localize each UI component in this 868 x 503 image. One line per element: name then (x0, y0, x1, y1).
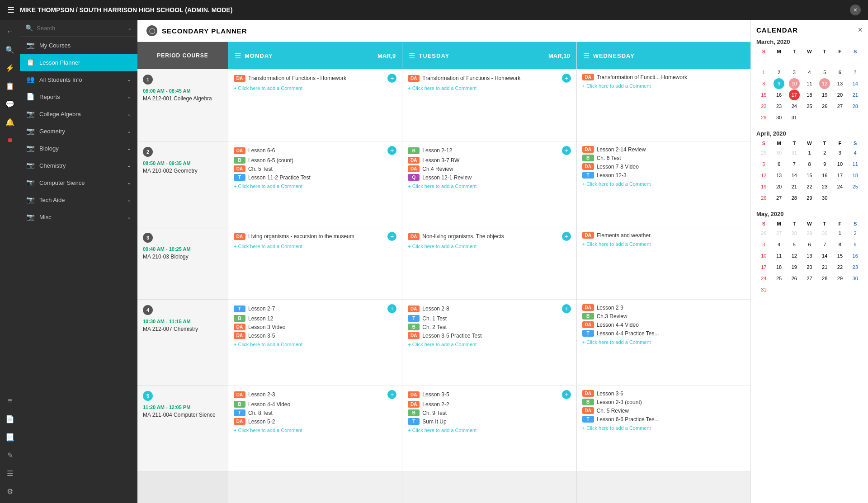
cal-day[interactable]: 22 (804, 181, 815, 192)
cal-day[interactable]: 17 (758, 262, 769, 273)
cal-day[interactable]: 13 (835, 78, 845, 89)
cal-day[interactable]: 19 (789, 262, 800, 273)
lightning-icon[interactable]: ⚡ (2, 60, 18, 76)
planner-nav-icon[interactable]: 📋 (2, 78, 18, 94)
cal-day[interactable]: 31 (758, 284, 769, 295)
cal-day[interactable]: 2 (774, 67, 784, 78)
cal-day[interactable]: 1 (804, 147, 815, 158)
cal-day[interactable]: 22 (758, 101, 769, 112)
search-box[interactable]: 🔍 ⌄ (20, 20, 137, 37)
file-icon[interactable]: 📄 (2, 411, 18, 427)
search-nav-icon[interactable]: 🔍 (2, 42, 18, 58)
cal-day[interactable]: 7 (819, 239, 830, 250)
cal-day[interactable]: 18 (850, 170, 861, 181)
cal-day[interactable]: 29 (804, 193, 815, 203)
cal-day[interactable]: 3 (789, 67, 800, 78)
sidebar-item-chemistry[interactable]: 📷 Chemistry ⌄ (20, 157, 137, 174)
cal-day[interactable]: 20 (804, 262, 815, 273)
cal-day[interactable]: 6 (835, 67, 845, 78)
cal-day[interactable]: 11 (774, 250, 784, 261)
cal-day[interactable] (835, 56, 845, 66)
sidebar-item-geometry[interactable]: 📷 Geometry ⌄ (20, 122, 137, 140)
cal-day[interactable]: 11 (850, 159, 861, 169)
add-comment-tuesday-5[interactable]: + Click here to add a Comment (408, 428, 571, 433)
cal-day[interactable]: 15 (804, 170, 815, 181)
lesson-add-button[interactable]: + (387, 232, 396, 241)
cal-day[interactable] (804, 56, 815, 66)
cal-day[interactable]: 2 (819, 147, 830, 158)
cal-day[interactable]: 2 (850, 228, 861, 239)
add-comment-monday-4[interactable]: + Click here to add a Comment (234, 342, 396, 347)
cal-day[interactable]: 15 (758, 89, 769, 100)
sidebar-item-misc[interactable]: 📷 Misc ⌄ (20, 208, 137, 226)
add-comment-monday-2[interactable]: + Click here to add a Comment (234, 183, 396, 189)
calendar-panel-close-button[interactable]: × (858, 25, 863, 35)
cal-day[interactable]: 19 (819, 89, 830, 100)
cal-day[interactable]: 10 (835, 159, 845, 169)
cal-day[interactable]: 23 (774, 101, 784, 112)
cal-day[interactable]: 10 (789, 78, 800, 89)
add-comment-wed-3[interactable]: + Click here to add a Comment (582, 241, 745, 247)
cal-day[interactable]: 17 (835, 170, 845, 181)
add-comment-monday-3[interactable]: + Click here to add a Comment (234, 244, 396, 249)
list-icon[interactable]: ☰ (2, 465, 18, 481)
cal-day[interactable]: 23 (819, 181, 830, 192)
lesson-add-button[interactable]: + (387, 146, 396, 155)
settings-icon[interactable]: ⚙ (2, 483, 18, 499)
cal-day[interactable]: 23 (850, 262, 861, 273)
nav-back-icon[interactable]: ← (2, 24, 18, 40)
cal-day[interactable]: 10 (758, 250, 769, 261)
sidebar-item-biology[interactable]: 📷 Biology ⌄ (20, 140, 137, 157)
cal-day[interactable]: 26 (789, 273, 800, 284)
cal-day[interactable]: 25 (774, 273, 784, 284)
cal-day[interactable]: 18 (774, 262, 784, 273)
sidebar-item-computer-sience[interactable]: 📷 Computer Sience ⌄ (20, 174, 137, 191)
lesson-add-button[interactable]: + (562, 146, 571, 155)
lesson-add-button[interactable]: + (562, 390, 571, 399)
lesson-add-button[interactable]: + (562, 304, 571, 313)
hamburger-icon[interactable]: ☰ (7, 5, 14, 15)
cal-day[interactable]: 21 (789, 181, 800, 192)
cal-day[interactable]: 25 (850, 181, 861, 192)
cal-day[interactable]: 6 (804, 239, 815, 250)
cal-day[interactable]: 19 (758, 181, 769, 192)
cal-day[interactable]: 6 (774, 159, 784, 169)
cal-day[interactable] (850, 56, 861, 66)
cal-day[interactable]: 4 (774, 239, 784, 250)
cal-day[interactable]: 3 (758, 239, 769, 250)
pencil-icon[interactable]: ✎ (2, 447, 18, 463)
cal-day[interactable] (774, 56, 784, 66)
sidebar-item-my-courses[interactable]: 📷 My Courses (20, 37, 137, 54)
cal-day[interactable]: 11 (804, 78, 815, 89)
lesson-add-button[interactable]: + (562, 74, 571, 83)
cal-day[interactable]: 12 (789, 250, 800, 261)
cal-day[interactable]: 4 (804, 67, 815, 78)
cal-day-selected[interactable]: 17 (789, 89, 800, 100)
cal-day[interactable]: 4 (850, 147, 861, 158)
sidebar-item-reports[interactable]: 📄 Reports ⌄ (20, 88, 137, 105)
cal-day[interactable]: 27 (804, 273, 815, 284)
sidebar-item-college-algebra[interactable]: 📷 College Algebra ⌄ (20, 105, 137, 122)
cal-day[interactable]: 7 (789, 159, 800, 169)
add-comment-wed-1[interactable]: + Click here to add a Comment (582, 83, 745, 89)
add-comment-wed-2[interactable]: + Click here to add a Comment (582, 181, 745, 187)
cal-day[interactable]: 30 (850, 273, 861, 284)
cal-day[interactable]: 24 (789, 101, 800, 112)
cal-day[interactable]: 21 (819, 262, 830, 273)
top-bar-close-button[interactable]: × (850, 5, 861, 15)
cal-day[interactable]: 12 (758, 170, 769, 181)
cal-day[interactable]: 1 (835, 228, 845, 239)
cal-day[interactable]: 16 (850, 250, 861, 261)
cal-day[interactable] (758, 56, 769, 66)
add-comment-tuesday-4[interactable]: + Click here to add a Comment (408, 342, 571, 347)
cal-day[interactable]: 15 (835, 250, 845, 261)
add-comment-wed-5[interactable]: + Click here to add a Comment (582, 425, 745, 431)
cal-day[interactable]: 14 (789, 170, 800, 181)
cal-day[interactable]: 8 (758, 78, 769, 89)
cal-day-today[interactable]: 9 (774, 78, 784, 89)
cal-day[interactable]: 5 (758, 159, 769, 169)
add-comment-monday-5[interactable]: + Click here to add a Comment (234, 428, 396, 433)
cal-day[interactable] (819, 56, 830, 66)
cal-day[interactable]: 9 (819, 159, 830, 169)
cal-day[interactable]: 8 (804, 159, 815, 169)
